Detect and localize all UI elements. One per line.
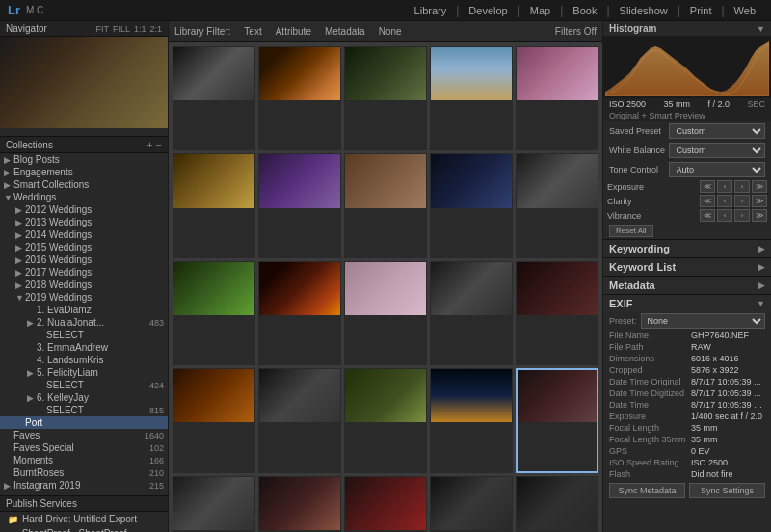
2to1-control[interactable]: 2:1 bbox=[149, 24, 162, 34]
collections-minus-icon[interactable]: − bbox=[156, 139, 162, 150]
filter-tab-attribute[interactable]: Attribute bbox=[270, 25, 317, 38]
publish-hard-drive[interactable]: 📁 Hard Drive: Untitled Export bbox=[0, 512, 168, 526]
photo-cell-7[interactable] bbox=[258, 153, 341, 257]
keywording-header[interactable]: Keywording ▶ bbox=[603, 240, 771, 257]
photo-cell-14[interactable] bbox=[430, 261, 513, 365]
vibrance-inc-inc[interactable]: ≫ bbox=[752, 209, 767, 222]
filter-tab-metadata[interactable]: Metadata bbox=[319, 25, 371, 38]
clarity-inc-inc[interactable]: ≫ bbox=[752, 195, 767, 207]
photo-cell-12[interactable] bbox=[258, 261, 341, 365]
tree-2015-weddings[interactable]: ▶2015 Weddings bbox=[0, 241, 168, 253]
module-slideshow[interactable]: Slideshow bbox=[612, 3, 676, 18]
clarity-inc[interactable]: › bbox=[734, 195, 750, 207]
module-library[interactable]: Library bbox=[407, 3, 455, 18]
tree-2017-weddings[interactable]: ▶2017 Weddings bbox=[0, 266, 168, 279]
tree-2016-weddings[interactable]: ▶2016 Weddings bbox=[0, 253, 168, 266]
tree-select-3[interactable]: ▶SELECT 815 bbox=[0, 404, 168, 416]
tree-moments[interactable]: ▶Moments 166 bbox=[0, 454, 168, 466]
exposure-dec[interactable]: ‹ bbox=[717, 180, 732, 193]
photo-cell-23[interactable] bbox=[344, 476, 427, 532]
tone-control-select[interactable]: Auto bbox=[669, 162, 765, 177]
filters-off[interactable]: Filters Off bbox=[555, 26, 597, 37]
module-develop[interactable]: Develop bbox=[461, 3, 515, 18]
tree-emma-andrew[interactable]: ▶3. EmmaAndrew bbox=[0, 341, 168, 354]
tree-2014-weddings[interactable]: ▶2014 Weddings bbox=[0, 228, 168, 241]
publish-shootproof-portraits[interactable]: ShootProof - ShootProof Portraits bbox=[0, 526, 168, 532]
photo-cell-4[interactable] bbox=[430, 46, 513, 150]
tree-2013-weddings[interactable]: ▶2013 Weddings bbox=[0, 216, 168, 228]
reset-all-button[interactable]: Reset All bbox=[609, 225, 653, 237]
tree-eva-diamz[interactable]: ▶1. EvaDiamz bbox=[0, 304, 168, 316]
shutter-value: SEC bbox=[747, 99, 765, 109]
fit-control[interactable]: FIT bbox=[95, 24, 109, 34]
photo-cell-20-selected[interactable] bbox=[516, 368, 598, 473]
vibrance-dec-dec[interactable]: ≪ bbox=[700, 209, 715, 222]
fill-control[interactable]: FILL bbox=[113, 24, 130, 34]
white-balance-select[interactable]: Custom bbox=[669, 143, 765, 158]
photo-cell-6[interactable] bbox=[173, 153, 255, 257]
tree-instagram-2019[interactable]: ▶Instagram 2019 215 bbox=[0, 479, 168, 492]
tree-engagements[interactable]: ▶Engagements bbox=[0, 166, 168, 178]
tree-faves[interactable]: ▶Faves 1640 bbox=[0, 429, 168, 441]
tree-kelley-jay[interactable]: ▶6. KelleyJay bbox=[0, 391, 168, 404]
photo-cell-5[interactable] bbox=[516, 46, 598, 150]
exposure-inc-inc[interactable]: ≫ bbox=[752, 180, 767, 193]
photo-cell-15[interactable] bbox=[516, 261, 598, 365]
tree-landsum-kris[interactable]: ▶4. LandsumKris bbox=[0, 354, 168, 366]
module-print[interactable]: Print bbox=[682, 3, 720, 18]
photo-cell-25[interactable] bbox=[516, 476, 598, 532]
exposure-dec-dec[interactable]: ≪ bbox=[700, 180, 715, 193]
metadata-header[interactable]: Metadata ▶ bbox=[603, 277, 771, 294]
module-book[interactable]: Book bbox=[565, 3, 604, 18]
photo-cell-11[interactable] bbox=[173, 261, 255, 365]
tree-blog-posts[interactable]: ▶Blog Posts bbox=[0, 153, 168, 166]
photo-cell-24[interactable] bbox=[430, 476, 513, 532]
tree-smart-collections[interactable]: ▶Smart Collections bbox=[0, 178, 168, 191]
histogram-arrow[interactable]: ▼ bbox=[757, 24, 765, 34]
saved-preset-select[interactable]: Custom bbox=[669, 123, 765, 139]
exif-preset-select[interactable]: None bbox=[641, 313, 765, 329]
module-web[interactable]: Web bbox=[727, 3, 763, 18]
tree-felicity-liam[interactable]: ▶5. FelicityLiam bbox=[0, 366, 168, 379]
vibrance-inc[interactable]: › bbox=[734, 209, 750, 222]
tree-burntroses[interactable]: ▶BurntRoses 210 bbox=[0, 466, 168, 479]
navigator-preview[interactable] bbox=[0, 37, 168, 128]
photo-cell-9[interactable] bbox=[430, 153, 513, 257]
tree-select-2[interactable]: ▶SELECT 424 bbox=[0, 379, 168, 391]
module-picker: Library | Develop | Map | Book | Slidesh… bbox=[407, 3, 763, 18]
photo-cell-2[interactable] bbox=[258, 46, 341, 150]
photo-cell-18[interactable] bbox=[344, 368, 427, 473]
tree-2012-weddings[interactable]: ▶2012 Weddings bbox=[0, 203, 168, 216]
tree-2019-weddings[interactable]: ▼2019 Weddings bbox=[0, 291, 168, 304]
keyword-list-header[interactable]: Keyword List ▶ bbox=[603, 258, 771, 276]
sync-metadata-button[interactable]: Sync Metadata bbox=[609, 483, 685, 498]
tree-select-1[interactable]: ▶SELECT bbox=[0, 329, 168, 341]
exif-header[interactable]: EXIF ▼ bbox=[603, 295, 771, 312]
1to1-control[interactable]: 1:1 bbox=[134, 24, 146, 34]
photo-cell-22[interactable] bbox=[258, 476, 341, 532]
photo-cell-13[interactable] bbox=[344, 261, 427, 365]
tree-port[interactable]: ▶Port bbox=[0, 416, 168, 429]
sync-settings-button[interactable]: Sync Settings bbox=[689, 483, 765, 498]
vibrance-dec[interactable]: ‹ bbox=[717, 209, 732, 222]
filter-tab-text[interactable]: Text bbox=[238, 25, 267, 38]
photo-cell-17[interactable] bbox=[258, 368, 341, 473]
photo-cell-19[interactable] bbox=[430, 368, 513, 473]
exposure-inc[interactable]: › bbox=[734, 180, 750, 193]
photo-cell-1[interactable] bbox=[173, 46, 255, 150]
photo-cell-8[interactable] bbox=[344, 153, 427, 257]
photo-cell-3[interactable] bbox=[344, 46, 427, 150]
collections-add-icon[interactable]: + bbox=[146, 139, 152, 150]
tree-faves-special[interactable]: ▶Faves Special 102 bbox=[0, 441, 168, 454]
exif-iso: ISO Speed Rating ISO 2500 bbox=[603, 457, 771, 468]
clarity-dec-dec[interactable]: ≪ bbox=[700, 195, 715, 207]
filter-none[interactable]: None bbox=[379, 26, 402, 37]
clarity-dec[interactable]: ‹ bbox=[717, 195, 732, 207]
tree-nuala-jonat[interactable]: ▶2. NualaJonat... 483 bbox=[0, 316, 168, 329]
module-map[interactable]: Map bbox=[522, 3, 558, 18]
tree-2018-weddings[interactable]: ▶2018 Weddings bbox=[0, 279, 168, 291]
tree-weddings[interactable]: ▼Weddings bbox=[0, 191, 168, 203]
photo-cell-16[interactable] bbox=[173, 368, 255, 473]
photo-cell-10[interactable] bbox=[516, 153, 598, 257]
photo-cell-21[interactable] bbox=[173, 476, 255, 532]
